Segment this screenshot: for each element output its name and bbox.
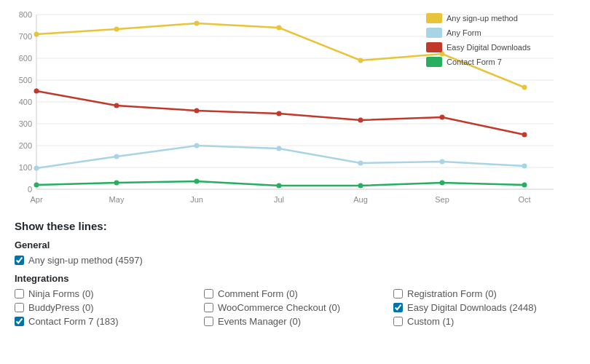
svg-text:0: 0 — [28, 185, 32, 194]
any-signup-label: Any sign-up method (4597) — [28, 255, 143, 266]
ninja-forms-label: Ninja Forms (0) — [28, 288, 94, 299]
svg-point-43 — [277, 111, 282, 116]
custom-row: Custom (1) — [393, 316, 575, 327]
svg-text:Jun: Jun — [190, 195, 203, 204]
svg-point-49 — [194, 179, 200, 184]
events-manager-label: Events Manager (0) — [218, 316, 301, 327]
general-section: General Any sign-up method (4597) — [15, 240, 575, 266]
buddypress-checkbox[interactable] — [15, 303, 24, 312]
svg-point-34 — [114, 154, 119, 159]
svg-point-42 — [194, 108, 200, 114]
registration-form-checkbox[interactable] — [393, 289, 403, 298]
col3: Registration Form (0) Easy Digital Downl… — [393, 288, 575, 330]
svg-point-35 — [194, 143, 200, 149]
svg-rect-60 — [426, 57, 442, 67]
svg-rect-58 — [426, 42, 442, 52]
svg-text:Any Form: Any Form — [447, 28, 481, 37]
svg-text:Aug: Aug — [353, 195, 368, 204]
svg-point-32 — [522, 85, 527, 90]
svg-point-26 — [34, 32, 39, 37]
svg-text:Jul: Jul — [274, 195, 284, 204]
contact-form7-label: Contact Form 7 (183) — [28, 316, 119, 327]
svg-point-48 — [114, 181, 119, 186]
contact-form7-row: Contact Form 7 (183) — [15, 316, 197, 327]
svg-point-38 — [440, 159, 445, 165]
easy-digital-downloads-checkbox[interactable] — [393, 303, 403, 312]
svg-point-30 — [358, 58, 363, 63]
comment-form-checkbox[interactable] — [204, 289, 213, 298]
svg-text:700: 700 — [19, 32, 32, 41]
general-label: General — [15, 240, 575, 250]
svg-text:400: 400 — [19, 98, 32, 106]
svg-point-51 — [358, 183, 363, 189]
registration-form-label: Registration Form (0) — [407, 288, 497, 299]
integrations-section: Integrations Ninja Forms (0) BuddyPress … — [15, 273, 575, 330]
svg-point-52 — [440, 181, 445, 186]
svg-point-50 — [277, 183, 282, 189]
easy-digital-downloads-label: Easy Digital Downloads (2448) — [407, 302, 537, 313]
integrations-grid: Ninja Forms (0) BuddyPress (0) Contact F… — [15, 288, 575, 330]
svg-text:Oct: Oct — [518, 195, 530, 204]
ninja-forms-checkbox[interactable] — [15, 289, 24, 298]
comment-form-row: Comment Form (0) — [204, 288, 386, 299]
below-chart: Show these lines: General Any sign-up me… — [0, 211, 590, 339]
svg-point-45 — [440, 115, 445, 120]
easy-digital-downloads-row: Easy Digital Downloads (2448) — [393, 302, 575, 313]
registration-form-row: Registration Form (0) — [393, 288, 575, 299]
any-signup-checkbox[interactable] — [15, 256, 24, 265]
col1: Ninja Forms (0) BuddyPress (0) Contact F… — [15, 288, 197, 330]
buddypress-row: BuddyPress (0) — [15, 302, 197, 313]
comment-form-label: Comment Form (0) — [218, 288, 298, 299]
svg-text:500: 500 — [19, 76, 32, 84]
contact-form7-checkbox[interactable] — [15, 317, 24, 326]
svg-point-40 — [34, 89, 39, 94]
buddypress-label: BuddyPress (0) — [28, 302, 94, 313]
svg-text:100: 100 — [19, 163, 32, 172]
chart-area: 800 700 600 500 400 300 200 100 0 Apr Ma… — [0, 0, 590, 211]
svg-point-53 — [522, 183, 527, 188]
events-manager-checkbox[interactable] — [204, 317, 213, 326]
svg-rect-56 — [426, 28, 442, 38]
ninja-forms-row: Ninja Forms (0) — [15, 288, 197, 299]
events-manager-row: Events Manager (0) — [204, 316, 386, 327]
svg-text:May: May — [109, 195, 125, 204]
woocommerce-checkbox[interactable] — [204, 303, 213, 312]
svg-text:600: 600 — [19, 54, 32, 63]
svg-point-41 — [114, 103, 119, 108]
integrations-label: Integrations — [15, 273, 575, 284]
svg-point-29 — [277, 25, 282, 31]
svg-text:800: 800 — [19, 10, 32, 19]
custom-checkbox[interactable] — [393, 317, 403, 326]
svg-text:200: 200 — [19, 141, 32, 150]
svg-rect-54 — [426, 13, 442, 23]
any-signup-row: Any sign-up method (4597) — [15, 255, 575, 266]
line-chart: 800 700 600 500 400 300 200 100 0 Apr Ma… — [0, 0, 590, 211]
svg-point-33 — [34, 166, 39, 171]
svg-point-36 — [277, 146, 282, 151]
col2: Comment Form (0) WooCommerce Checkout (0… — [204, 288, 386, 330]
svg-point-27 — [114, 27, 119, 32]
svg-point-47 — [34, 183, 39, 188]
svg-text:Any sign-up method: Any sign-up method — [447, 14, 518, 23]
svg-point-44 — [358, 118, 363, 123]
svg-point-39 — [522, 164, 527, 169]
svg-text:Sep: Sep — [435, 195, 449, 204]
svg-text:Apr: Apr — [30, 195, 42, 204]
custom-label: Custom (1) — [407, 316, 454, 327]
svg-text:300: 300 — [19, 119, 32, 128]
woocommerce-label: WooCommerce Checkout (0) — [218, 302, 340, 313]
show-lines-title: Show these lines: — [15, 220, 575, 232]
main-container: 800 700 600 500 400 300 200 100 0 Apr Ma… — [0, 0, 590, 364]
svg-text:Contact Form 7: Contact Form 7 — [447, 58, 502, 66]
svg-point-37 — [358, 161, 363, 166]
woocommerce-row: WooCommerce Checkout (0) — [204, 302, 386, 313]
svg-text:Easy Digital Downloads: Easy Digital Downloads — [447, 43, 531, 52]
svg-point-46 — [522, 132, 527, 138]
svg-point-28 — [194, 21, 200, 26]
